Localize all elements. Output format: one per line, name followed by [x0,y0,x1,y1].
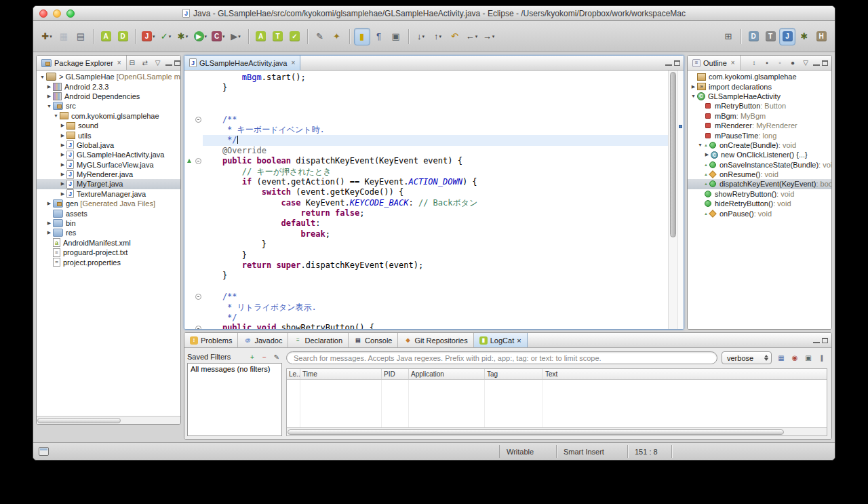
collapse-all-icon[interactable]: ⊟ [127,58,138,69]
outline-item[interactable]: ▲dispatchKeyEvent(KeyEvent) : boolea [688,179,831,189]
expand-arrow-icon[interactable]: ▼ [45,104,53,109]
expand-arrow-icon[interactable]: ▼ [696,142,704,147]
outline-tree[interactable]: com.kyokomi.glsamplehae▶import declarati… [688,71,831,329]
junit-run-button[interactable]: J▾ [140,28,157,45]
perspective-team-button[interactable]: T [762,28,778,45]
expand-arrow-icon[interactable]: ▶ [45,201,53,206]
debug-button[interactable]: ✱▾ [175,28,191,45]
expand-arrow-icon[interactable]: ▶ [45,230,53,235]
new-android-test-button[interactable]: T [270,28,286,45]
explorer-item[interactable]: ▶TextureManager.java [37,189,180,199]
external-tools-button[interactable]: ▶▾ [228,28,244,45]
save-button[interactable]: ▦ [56,28,72,45]
collapse-icon[interactable] [195,326,201,329]
tab-logcat[interactable]: ▮LogCat× [474,333,528,347]
overview-marker[interactable] [679,125,682,128]
maximize-icon[interactable] [822,60,828,66]
outline-item[interactable]: com.kyokomi.glsamplehae [688,72,831,81]
outline-item[interactable]: ▶import declarations [688,81,831,91]
expand-arrow-icon[interactable]: ▶ [59,123,66,128]
hide-non-public-icon[interactable]: ● [787,58,798,69]
explorer-item[interactable]: ▶MyRenderer.java [37,170,180,179]
horizontal-scrollbar[interactable] [287,427,827,435]
outline-item[interactable]: ▼GLSampleHaeActivity [688,92,831,101]
maximize-icon[interactable] [822,338,828,343]
maximize-icon[interactable] [174,60,180,66]
collapse-icon[interactable] [195,158,201,164]
outline-item[interactable]: mBgm : MyBgm [688,111,831,121]
android-sdk-manager-button[interactable]: A [98,28,114,45]
scrollbar-thumb[interactable] [37,418,121,423]
minimize-icon[interactable] [813,60,820,66]
android-device-manager-button[interactable]: D [115,28,131,45]
explorer-item[interactable]: ▶utils [37,130,180,140]
run-last-tool-button[interactable]: ✓▾ [158,28,174,45]
minimize-icon[interactable] [813,338,820,343]
outline-item[interactable]: mPauseTime : long [688,130,831,140]
expand-arrow-icon[interactable]: ▶ [59,191,66,197]
pause-log-icon[interactable]: ∥ [816,353,827,364]
minimize-icon[interactable] [665,60,672,66]
expand-arrow-icon[interactable]: ▶ [59,172,66,177]
perspective-debug-button[interactable]: ✱ [796,28,812,45]
toggle-panel-mode-icon[interactable]: ▣ [803,353,814,364]
delete-filter-icon[interactable]: − [259,351,270,362]
titlebar[interactable]: Java - GLSampleHae/src/com/kyokomi/glsam… [33,6,835,21]
forward-button[interactable]: →▾ [481,28,497,45]
code-area[interactable]: mBgm.start(); } /** * キーボードイベント時. */ @Ov… [184,71,668,329]
explorer-item[interactable]: ▶sound [37,121,180,130]
explorer-item[interactable]: ▶bin [37,218,180,228]
add-filter-icon[interactable]: + [247,351,258,362]
outline-item[interactable]: showRetryButton() : void [688,189,831,199]
overview-ruler[interactable] [677,71,684,329]
expand-arrow-icon[interactable]: ▶ [59,181,66,187]
mark-occurrences-button[interactable]: ▮ [354,28,370,45]
expand-arrow-icon[interactable]: ▼ [690,94,697,98]
column-header[interactable]: Le.. [287,369,300,379]
outline-item[interactable]: ▲onPause() : void [688,208,831,218]
close-icon[interactable]: × [291,59,295,66]
close-icon[interactable]: × [731,59,735,66]
search-input[interactable] [286,351,717,364]
close-icon[interactable]: × [517,336,521,345]
explorer-item[interactable]: ▶Global.java [37,140,180,150]
outline-tab[interactable]: Outline × [688,56,741,70]
link-with-editor-icon[interactable]: ⇄ [140,58,151,69]
block-selection-button[interactable]: ▣ [388,28,404,45]
explorer-item[interactable]: ▶MyTarget.java [37,179,180,189]
expand-arrow-icon[interactable]: ▶ [690,84,697,90]
perspective-java-button[interactable]: J [779,28,795,45]
tab-javadoc[interactable]: @Javadoc [238,333,288,347]
column-header[interactable]: PID [382,369,409,379]
expand-arrow-icon[interactable]: ▶ [703,152,711,157]
minimize-icon[interactable] [165,60,172,66]
capture-screen-icon[interactable]: ◉ [789,353,800,364]
last-edit-location-button[interactable]: ↶ [447,28,463,45]
editor-tab[interactable]: GLSampleHaeActivity.java × [184,56,300,70]
explorer-item[interactable]: ▶gen[Generated Java Files] [37,199,180,208]
new-android-project-button[interactable]: A [253,28,269,45]
outline-item[interactable]: mRetryButton : Button [688,101,831,111]
column-header[interactable]: Tag [485,369,543,379]
view-menu-icon[interactable]: ▽ [153,58,163,69]
explorer-item[interactable]: ▶Android Dependencies [37,92,180,101]
back-button[interactable]: ←▾ [464,28,480,45]
scrollbar-thumb[interactable] [670,72,676,237]
tab-git-repositories[interactable]: ◆Git Repositories [398,333,473,347]
package-explorer-tab[interactable]: Package Explorer × [37,56,127,70]
expand-arrow-icon[interactable]: ▶ [45,84,53,90]
expand-arrow-icon[interactable]: ▶ [59,142,66,148]
tab-console[interactable]: ▤Console [349,333,398,347]
minimize-window-button[interactable] [53,9,61,18]
package-explorer-tree[interactable]: ▼> GLSampleHae[OpenGLSample master▶Andro… [37,71,180,416]
column-header[interactable]: Application [409,369,485,379]
expand-arrow-icon[interactable]: ▶ [59,152,66,157]
explorer-item[interactable]: project.properties [37,257,180,267]
expand-arrow-icon[interactable]: ▼ [52,113,60,118]
expand-arrow-icon[interactable]: ▶ [59,133,66,138]
explorer-item[interactable]: ▶Android 2.3.3 [37,81,180,91]
tab-declaration[interactable]: ≡Declaration [288,333,349,347]
log-table-body[interactable] [287,380,827,427]
coverage-button[interactable]: C▾ [210,28,227,45]
next-annotation-button[interactable]: ↓▾ [413,28,429,45]
